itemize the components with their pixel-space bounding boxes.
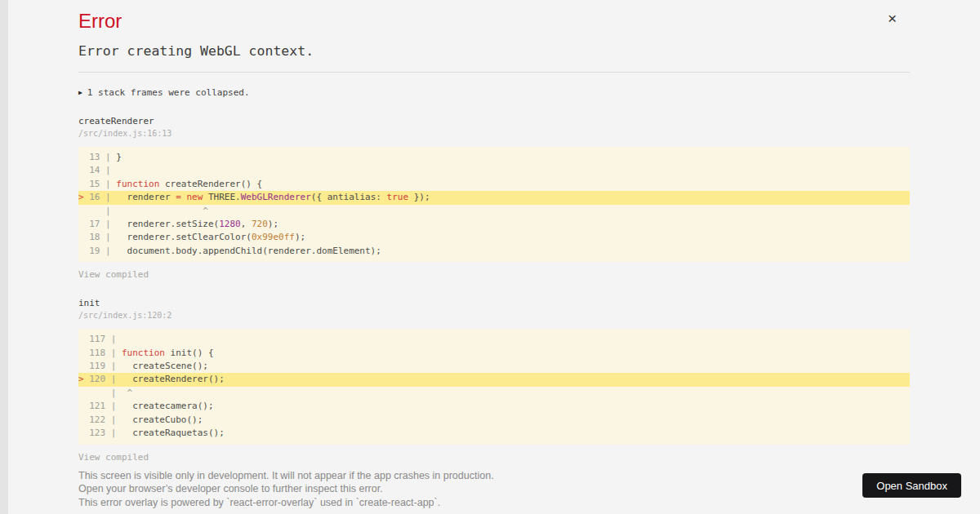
error-message: Error creating WebGL context. [78, 43, 910, 59]
stack-frame: init /src/index.js:120:2 117 | 118 | fun… [78, 298, 910, 462]
frame-function-name: createRenderer [78, 116, 910, 126]
code-line: 118 | function init() { [78, 347, 910, 360]
frame-function-name: init [78, 298, 910, 308]
error-title: Error [78, 10, 910, 33]
page-background: × Error Error creating WebGL context. ▶1… [0, 0, 980, 514]
code-line-highlighted: > 120 | createRenderer(); [78, 373, 910, 386]
view-compiled-link[interactable]: View compiled [78, 269, 910, 280]
code-line: 122 | createCubo(); [78, 414, 910, 427]
code-block: 117 | 118 | function init() { 119 | crea… [78, 329, 910, 444]
close-icon[interactable]: × [888, 11, 897, 26]
stack-frame: createRenderer /src/index.js:16:13 13 | … [78, 116, 910, 280]
code-line: 119 | createScene(); [78, 360, 910, 373]
code-line: 14 | [78, 164, 910, 177]
open-sandbox-button[interactable]: Open Sandbox [862, 473, 961, 498]
collapsed-frames-label: 1 stack frames were collapsed. [87, 87, 250, 98]
code-line: 123 | createRaquetas(); [78, 427, 910, 440]
divider [78, 72, 910, 73]
code-line: 17 | renderer.setSize(1280, 720); [78, 218, 910, 231]
code-line-highlighted: > 16 | renderer = new THREE.WebGLRendere… [78, 191, 910, 204]
code-line: 19 | document.body.appendChild(renderer.… [78, 245, 910, 258]
code-line: 15 | function createRenderer() { [78, 178, 910, 191]
triangle-right-icon: ▶ [78, 89, 82, 96]
overlay-content: Error Error creating WebGL context. ▶1 s… [8, 0, 980, 509]
view-compiled-link[interactable]: View compiled [78, 452, 910, 463]
code-block: 13 | } 14 | 15 | function createRenderer… [78, 147, 910, 262]
code-line: | ^ [78, 387, 910, 400]
error-overlay: × Error Error creating WebGL context. ▶1… [8, 0, 980, 514]
stack-frames: createRenderer /src/index.js:16:13 13 | … [78, 116, 910, 463]
frame-file-location: /src/index.js:120:2 [78, 311, 910, 321]
footer-line: This error overlay is powered by `react-… [78, 496, 910, 510]
code-line: 13 | } [78, 151, 910, 164]
code-line: 18 | renderer.setClearColor(0x99e0ff); [78, 231, 910, 244]
collapsed-frames-toggle[interactable]: ▶1 stack frames were collapsed. [78, 87, 910, 98]
code-line: 121 | createcamera(); [78, 400, 910, 413]
footer-line: Open your browser’s developer console to… [78, 482, 910, 496]
frame-file-location: /src/index.js:16:13 [78, 129, 910, 139]
code-line: 117 | [78, 333, 910, 346]
footer-notes: This screen is visible only in developme… [78, 469, 910, 510]
code-line: | ^ [78, 205, 910, 218]
footer-line: This screen is visible only in developme… [78, 469, 910, 483]
